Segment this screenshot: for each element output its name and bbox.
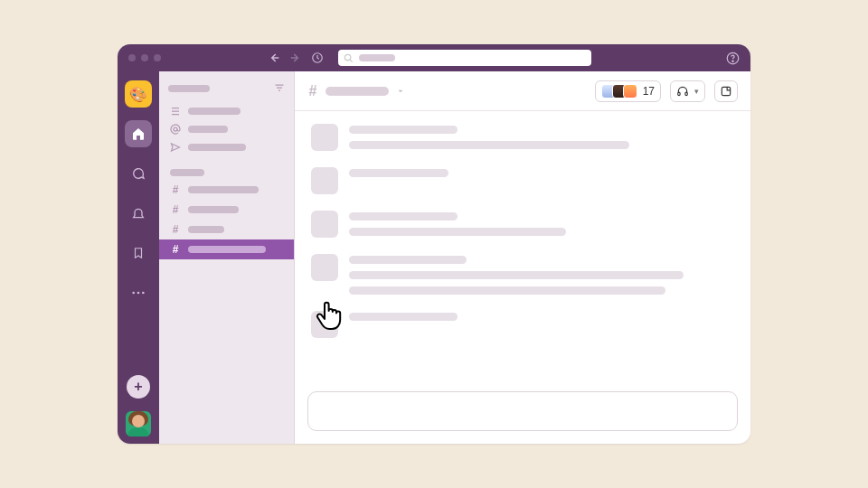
members-button[interactable]: 17 bbox=[595, 80, 661, 102]
channel-header: # 17 ▾ bbox=[295, 71, 750, 111]
workspace-icon: 🎨 bbox=[129, 86, 147, 103]
user-avatar[interactable] bbox=[126, 411, 151, 436]
sidebar-channel-item[interactable]: # bbox=[159, 200, 294, 220]
home-icon[interactable] bbox=[125, 120, 152, 147]
huddle-button[interactable]: ▾ bbox=[670, 80, 705, 102]
sidebar-channel-item[interactable]: # bbox=[159, 180, 294, 200]
create-new-button[interactable]: + bbox=[127, 375, 150, 399]
svg-point-5 bbox=[137, 292, 140, 295]
app-window: 🎨 + bbox=[118, 44, 750, 444]
close-dot[interactable] bbox=[128, 54, 136, 61]
headphones-icon bbox=[676, 85, 689, 98]
message-item[interactable] bbox=[311, 167, 734, 194]
hash-icon: # bbox=[170, 203, 181, 216]
forward-icon[interactable] bbox=[289, 52, 302, 64]
sidebar-channel-item[interactable]: # bbox=[159, 239, 294, 259]
svg-point-3 bbox=[732, 61, 733, 61]
chevron-down-icon: ▾ bbox=[694, 87, 699, 96]
min-dot[interactable] bbox=[141, 54, 148, 61]
titlebar bbox=[118, 44, 750, 71]
message-body bbox=[349, 254, 734, 295]
member-count: 17 bbox=[643, 85, 655, 98]
sidebar-channel-item[interactable]: # bbox=[159, 220, 294, 239]
workspace-switcher[interactable]: 🎨 bbox=[125, 80, 152, 108]
channel-name-button[interactable]: # bbox=[307, 83, 405, 99]
sidebar: #### bbox=[159, 71, 295, 444]
back-icon[interactable] bbox=[268, 52, 280, 64]
message-item[interactable] bbox=[311, 311, 734, 338]
svg-rect-9 bbox=[685, 92, 687, 96]
message-avatar[interactable] bbox=[311, 311, 338, 338]
hash-icon: # bbox=[170, 223, 181, 236]
search-placeholder-skeleton bbox=[359, 54, 395, 61]
hash-icon: # bbox=[170, 243, 181, 256]
main-panel: # 17 ▾ bbox=[295, 71, 750, 444]
canvas-button[interactable] bbox=[714, 80, 738, 102]
dms-icon[interactable] bbox=[125, 160, 152, 187]
sidebar-item-mentions[interactable] bbox=[159, 120, 294, 138]
message-item[interactable] bbox=[311, 211, 734, 238]
svg-rect-8 bbox=[678, 92, 680, 96]
activity-icon[interactable] bbox=[125, 200, 152, 227]
message-avatar[interactable] bbox=[311, 254, 338, 281]
message-composer[interactable] bbox=[307, 391, 738, 431]
canvas-icon bbox=[720, 85, 732, 98]
member-avatars bbox=[601, 84, 637, 99]
message-avatar[interactable] bbox=[311, 167, 338, 194]
history-icon[interactable] bbox=[311, 52, 324, 64]
message-body bbox=[349, 311, 734, 338]
message-body bbox=[349, 167, 734, 194]
help-icon[interactable] bbox=[726, 52, 740, 65]
workspace-name-skeleton[interactable] bbox=[168, 85, 210, 92]
later-icon[interactable] bbox=[125, 239, 152, 267]
message-avatar[interactable] bbox=[311, 211, 338, 238]
svg-rect-10 bbox=[722, 87, 730, 95]
sidebar-item-drafts[interactable] bbox=[159, 138, 294, 156]
nav-rail: 🎨 + bbox=[118, 71, 159, 444]
hash-icon: # bbox=[170, 183, 181, 196]
more-icon[interactable] bbox=[125, 279, 152, 306]
sidebar-section-header[interactable] bbox=[159, 165, 294, 180]
message-item[interactable] bbox=[311, 254, 734, 295]
search-input[interactable] bbox=[338, 50, 591, 66]
max-dot[interactable] bbox=[154, 54, 161, 61]
svg-point-4 bbox=[132, 292, 135, 295]
filter-icon[interactable] bbox=[274, 82, 285, 95]
window-controls[interactable] bbox=[128, 54, 161, 61]
message-list bbox=[295, 111, 750, 391]
sidebar-item-threads[interactable] bbox=[159, 102, 294, 120]
svg-point-1 bbox=[344, 54, 350, 60]
message-avatar[interactable] bbox=[311, 124, 338, 151]
message-body bbox=[349, 124, 734, 151]
message-body bbox=[349, 211, 734, 238]
message-item[interactable] bbox=[311, 124, 734, 151]
svg-point-6 bbox=[142, 292, 145, 295]
hash-icon: # bbox=[307, 83, 318, 99]
chevron-down-icon bbox=[396, 87, 405, 96]
